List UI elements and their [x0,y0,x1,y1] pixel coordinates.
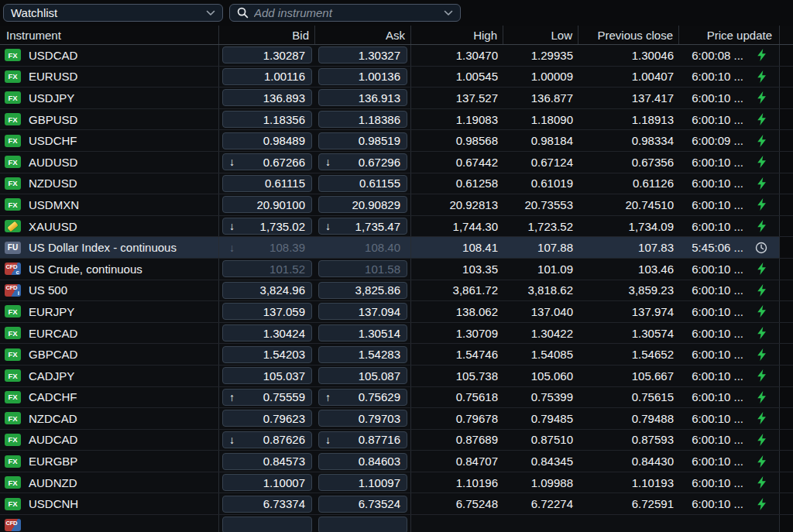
bid-button[interactable] [222,517,312,532]
table-row[interactable]: FX EURUSD 1.00116 1.00136 1.00545 1. [0,67,793,88]
bid-button[interactable]: 136.893 [222,89,312,106]
lightning-bolt-icon [757,498,767,510]
table-header: Instrument Bid Ask High Low Previous clo… [0,26,793,45]
bid-button[interactable]: 0.79623 [222,410,312,427]
bid-cell: ↓ 1,735.02 [219,216,315,237]
bid-button[interactable]: ↑ 0.75559 [222,389,312,406]
table-row[interactable]: FX USDMXN 20.90100 20.90829 20.92813 [0,194,793,216]
ask-button[interactable]: 0.84603 [318,453,407,470]
ask-button[interactable]: ↓ 0.67296 [318,153,407,170]
previous-close-value: 1.30046 [578,45,679,66]
column-header-high[interactable]: High [411,26,503,44]
ask-button[interactable]: 137.094 [318,303,407,320]
high-value: 6.75248 [411,493,503,514]
bid-button[interactable]: ↓ 108.39 [222,239,312,256]
ask-button[interactable]: 1.10097 [318,474,407,491]
price-status-icon [743,220,779,232]
bid-button[interactable]: 20.90100 [222,196,312,213]
ask-cell: 0.98519 [315,130,411,151]
bid-button[interactable]: 0.61115 [222,175,312,192]
column-header-low[interactable]: Low [503,26,578,44]
price-update-time: 6:00:10 ... [679,70,743,83]
table-row[interactable]: FU US Dollar Index - continuous ↓ 108.39… [0,237,793,259]
bid-button[interactable]: ↓ 0.87626 [222,431,312,448]
ask-button[interactable]: 3,825.86 [318,282,407,299]
bid-cell [219,515,315,532]
watchlist-dropdown[interactable]: Watchlist [3,4,223,22]
bid-button[interactable]: 105.037 [222,367,312,384]
bid-button[interactable]: ↓ 0.67266 [222,153,312,170]
column-header-price-update[interactable]: Price update [679,26,780,44]
ask-button[interactable]: 20.90829 [318,196,407,213]
ask-button[interactable] [318,517,407,532]
bid-button[interactable]: 1.00116 [222,68,312,85]
table-row[interactable]: FX CADJPY 105.037 105.087 105.738 10 [0,366,793,387]
ask-button[interactable]: 136.913 [318,89,407,106]
ask-cell: 20.90829 [315,194,411,215]
table-row[interactable]: FX AUDUSD ↓ 0.67266 ↓ 0.67296 0.67442 [0,152,793,173]
table-row[interactable]: CFD c US Crude, continuous 101.52 101.58… [0,259,793,280]
ask-button[interactable]: ↓ 0.87716 [318,431,407,448]
ask-button[interactable]: 1.18386 [318,111,407,128]
ask-button[interactable]: 1.54283 [318,346,407,363]
table-row[interactable]: FX USDJPY 136.893 136.913 137.527 13 [0,88,793,109]
add-instrument-input[interactable] [254,6,444,19]
bid-button[interactable]: 1.10007 [222,474,312,491]
price-update-time: 6:00:10 ... [679,283,743,297]
table-row[interactable]: FX AUDCAD ↓ 0.87626 ↓ 0.87716 0.87689 [0,430,793,451]
bid-button[interactable]: 1.30287 [222,46,312,63]
table-row[interactable]: FX NZDCAD 0.79623 0.79703 0.79678 0. [0,408,793,430]
bid-button[interactable]: 1.30424 [222,324,312,342]
bid-button[interactable]: 101.52 [222,260,312,277]
ask-button[interactable]: ↑ 0.75629 [318,389,407,406]
table-row[interactable]: FX USDCNH 6.73374 6.73524 6.75248 6. [0,493,793,515]
table-row[interactable]: FX GBPCAD 1.54203 1.54283 1.54746 1. [0,344,793,366]
ask-button[interactable]: 1.30514 [318,324,407,342]
table-row[interactable]: FX EURJPY 137.059 137.094 138.062 13 [0,301,793,323]
high-value: 3,861.72 [411,280,503,301]
bid-button[interactable]: ↓ 1,735.02 [222,218,312,235]
ask-button[interactable]: 1.00136 [318,68,407,85]
ask-button[interactable]: ↓ 1,735.47 [318,218,407,235]
bid-button[interactable]: 0.98489 [222,132,312,149]
ask-cell: 101.58 [315,259,411,280]
column-header-previous-close[interactable]: Previous close [578,26,679,44]
row-gutter [780,408,793,429]
bid-button[interactable]: 137.059 [222,303,312,320]
badge-label: FX [8,393,17,401]
watchlist-table-body: FX USDCAD 1.30287 1.30327 1.30470 1. [0,45,793,532]
ask-button[interactable]: 101.58 [318,260,407,277]
column-header-bid[interactable]: Bid [219,26,315,44]
table-row[interactable]: FX EURGBP 0.84573 0.84603 0.84707 0. [0,451,793,472]
ask-button[interactable]: 6.73524 [318,496,407,513]
table-row[interactable]: CFD i US 500 3,824.96 3,825.86 3,861.72 [0,280,793,302]
bid-value: 0.84573 [263,455,305,468]
ask-button[interactable]: 0.61155 [318,175,407,192]
ask-button[interactable]: 1.30327 [318,46,407,63]
ask-button[interactable]: 0.79703 [318,410,407,427]
bid-button[interactable]: 6.73374 [222,496,312,513]
bid-button[interactable]: 3,824.96 [222,282,312,299]
ask-button[interactable]: 0.98519 [318,132,407,149]
watchlist-panel: Watchlist Instrument Bid Ask High Low Pr… [0,0,793,532]
high-value: 0.61258 [411,173,503,194]
table-row[interactable]: FX CADCHF ↑ 0.75559 ↑ 0.75629 0.75618 [0,387,793,409]
table-row[interactable]: FX USDCAD 1.30287 1.30327 1.30470 1. [0,45,793,67]
ask-button[interactable]: 105.087 [318,367,407,384]
bid-button[interactable]: 1.18356 [222,111,312,128]
column-header-ask[interactable]: Ask [315,26,411,44]
table-row[interactable]: FX NZDUSD 0.61115 0.61155 0.61258 0. [0,173,793,195]
add-instrument-combobox[interactable] [229,4,461,22]
table-row[interactable]: CFD [0,515,793,532]
ask-button[interactable]: 108.40 [318,239,407,256]
table-row[interactable]: FX AUDNZD 1.10007 1.10097 1.10196 1. [0,472,793,494]
table-row[interactable]: FX EURCAD 1.30424 1.30514 1.30709 1. [0,323,793,345]
column-header-instrument[interactable]: Instrument [0,26,219,44]
high-value: 0.98568 [411,130,503,151]
table-row[interactable]: FX GBPUSD 1.18356 1.18386 1.19083 1. [0,109,793,131]
bid-button[interactable]: 1.54203 [222,346,312,363]
ask-cell: 0.79703 [315,408,411,429]
table-row[interactable]: XAUUSD ↓ 1,735.02 ↓ 1,735.47 1,744.30 1,… [0,216,793,238]
bid-button[interactable]: 0.84573 [222,453,312,470]
table-row[interactable]: FX USDCHF 0.98489 0.98519 0.98568 0. [0,130,793,152]
